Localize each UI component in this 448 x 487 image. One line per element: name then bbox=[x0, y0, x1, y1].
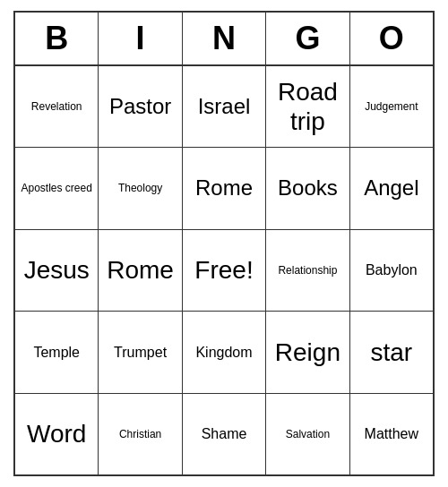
bingo-cell-4-1: Christian bbox=[99, 394, 182, 474]
bingo-cell-2-2: Free! bbox=[183, 230, 266, 311]
header-letter: I bbox=[99, 13, 182, 64]
header-letter: B bbox=[15, 13, 99, 64]
bingo-header: BINGO bbox=[15, 13, 433, 66]
bingo-cell-2-4: Babylon bbox=[350, 230, 433, 311]
bingo-cell-1-3: Books bbox=[266, 148, 349, 228]
bingo-cell-3-3: Reign bbox=[266, 312, 349, 392]
bingo-row-2: JesusRomeFree!RelationshipBabylon bbox=[15, 230, 433, 312]
bingo-cell-2-0: Jesus bbox=[15, 230, 99, 311]
bingo-cell-1-2: Rome bbox=[183, 148, 266, 228]
bingo-row-3: TempleTrumpetKingdomReignstar bbox=[15, 312, 433, 393]
header-letter: G bbox=[266, 13, 349, 64]
bingo-cell-4-4: Matthew bbox=[350, 394, 433, 474]
bingo-cell-3-1: Trumpet bbox=[99, 312, 182, 392]
bingo-cell-4-3: Salvation bbox=[266, 394, 349, 474]
bingo-row-0: RevelationPastorIsraelRoad tripJudgement bbox=[15, 66, 433, 148]
bingo-cell-4-0: Word bbox=[15, 394, 99, 474]
bingo-cell-3-2: Kingdom bbox=[183, 312, 266, 392]
bingo-cell-0-0: Revelation bbox=[15, 66, 99, 147]
bingo-row-4: WordChristianShameSalvationMatthew bbox=[15, 394, 433, 474]
bingo-cell-1-0: Apostles creed bbox=[15, 148, 99, 228]
bingo-cell-4-2: Shame bbox=[183, 394, 266, 474]
bingo-cell-0-3: Road trip bbox=[266, 66, 349, 147]
bingo-cell-2-3: Relationship bbox=[266, 230, 349, 311]
bingo-row-1: Apostles creedTheologyRomeBooksAngel bbox=[15, 148, 433, 229]
header-letter: N bbox=[183, 13, 266, 64]
bingo-cell-1-4: Angel bbox=[350, 148, 433, 228]
header-letter: O bbox=[350, 13, 433, 64]
bingo-cell-3-4: star bbox=[350, 312, 433, 392]
bingo-cell-0-2: Israel bbox=[183, 66, 266, 147]
bingo-cell-2-1: Rome bbox=[99, 230, 182, 311]
bingo-card: BINGO RevelationPastorIsraelRoad tripJud… bbox=[13, 11, 435, 476]
bingo-cell-1-1: Theology bbox=[99, 148, 182, 228]
bingo-cell-0-4: Judgement bbox=[350, 66, 433, 147]
bingo-body: RevelationPastorIsraelRoad tripJudgement… bbox=[15, 66, 433, 474]
bingo-cell-3-0: Temple bbox=[15, 312, 99, 392]
bingo-cell-0-1: Pastor bbox=[99, 66, 182, 147]
